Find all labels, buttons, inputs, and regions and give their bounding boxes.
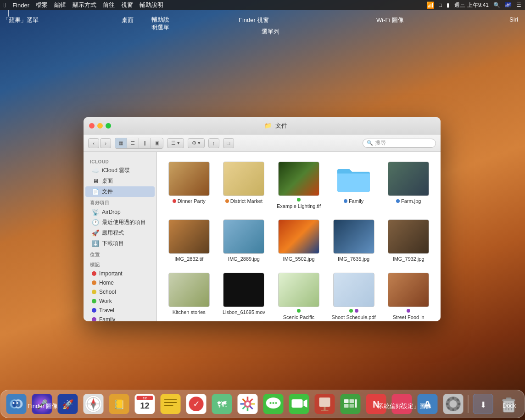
recents-label: 最近使用過的項目: [102, 218, 146, 226]
svg-rect-54: [319, 398, 330, 407]
file-item[interactable]: Kitchen stories: [164, 270, 214, 321]
applications-icon: 🚀: [92, 230, 99, 237]
dock-contacts[interactable]: 📒: [107, 392, 131, 416]
menu-window[interactable]: 視窗: [121, 1, 133, 9]
menu-go[interactable]: 前往: [103, 1, 115, 9]
sidebar-item-desktop[interactable]: 🖥 桌面: [85, 176, 155, 186]
file-item[interactable]: Example Lighting.tif: [274, 159, 324, 212]
tags-button[interactable]: □: [223, 138, 235, 148]
dock-maps[interactable]: 🗺: [210, 392, 234, 416]
file-item[interactable]: Family: [329, 159, 379, 212]
action-button[interactable]: ⚙▾: [188, 138, 205, 148]
sidebar-tag-important[interactable]: Important: [85, 269, 155, 278]
file-item[interactable]: Lisbon_61695.mov: [219, 270, 269, 321]
file-item[interactable]: IMG_7635.jpg: [329, 217, 379, 265]
svg-text:✓: ✓: [193, 399, 200, 409]
svg-point-47: [270, 402, 272, 404]
dock-messages[interactable]: [262, 392, 285, 416]
file-item[interactable]: Scenic Pacific Trails: [274, 270, 324, 321]
sidebar-tag-school[interactable]: School: [85, 287, 155, 297]
tag-label: Home: [99, 280, 114, 286]
share-button[interactable]: ↑: [208, 138, 219, 148]
file-thumb: [333, 273, 374, 307]
dock-photos[interactable]: [236, 392, 260, 416]
file-item[interactable]: Street Food in Bangkok: [383, 270, 434, 321]
tag-label: Travel: [99, 307, 114, 314]
file-item[interactable]: Dinner Party: [164, 159, 214, 212]
file-item[interactable]: District Market: [219, 159, 269, 212]
dock-keynote[interactable]: [313, 392, 337, 416]
svg-point-5: [13, 402, 15, 404]
file-item[interactable]: Farm.jpg: [383, 159, 434, 212]
file-item[interactable]: Shoot Schedule.pdf: [329, 270, 379, 321]
icon-view-button[interactable]: ▦: [115, 138, 127, 148]
sort-button[interactable]: ☰▾: [167, 138, 184, 148]
file-name: District Market: [225, 198, 262, 204]
dock-trash[interactable]: [497, 392, 521, 416]
dock-siri[interactable]: 🎤: [30, 392, 54, 416]
sidebar-item-downloads[interactable]: ⬇️ 下載項目: [85, 238, 155, 249]
svg-rect-61: [350, 404, 354, 408]
file-name: IMG_7635.jpg: [338, 256, 369, 262]
forward-button[interactable]: ›: [100, 138, 111, 148]
list-view-button[interactable]: ☰: [127, 138, 139, 148]
file-item[interactable]: IMG_2889.jpg: [219, 217, 269, 265]
search-menubar-icon[interactable]: 🔍: [493, 2, 500, 8]
finder-window: 📁 文件 ‹ › ▦ ☰ ‖ ▣ ☰▾ ⚙▾ ↑: [84, 117, 441, 321]
dock-finder[interactable]: [5, 392, 28, 416]
dock-news[interactable]: N: [364, 392, 388, 416]
file-name: Family: [344, 198, 363, 204]
file-item[interactable]: IMG_5502.jpg: [274, 217, 324, 265]
nav-buttons: ‹ ›: [88, 138, 111, 148]
sidebar-tag-family[interactable]: Family: [85, 315, 155, 321]
file-tag-dot: [407, 309, 410, 313]
sidebar-item-airdrop[interactable]: 📡 AirDrop: [85, 207, 155, 217]
siri-icon[interactable]: 🌌: [505, 2, 512, 8]
dock-numbers[interactable]: [339, 392, 363, 416]
menu-view[interactable]: 顯示方式: [73, 1, 96, 9]
menu-help[interactable]: 輔助說明: [140, 1, 163, 9]
sidebar-item-applications[interactable]: 🚀 應用程式: [85, 228, 155, 238]
airdrop-icon: 📡: [92, 208, 99, 216]
file-name: Lisbon_61695.mov: [223, 309, 265, 315]
sidebar-tag-travel[interactable]: Travel: [85, 306, 155, 315]
sidebar-tag-home[interactable]: Home: [85, 278, 155, 287]
dock-safari[interactable]: [82, 392, 106, 416]
file-item[interactable]: IMG_7932.jpg: [383, 217, 434, 265]
sidebar-item-recents[interactable]: 🕐 最近使用過的項目: [85, 217, 155, 228]
dock-system-prefs[interactable]: [441, 392, 465, 416]
dock-music[interactable]: ♪: [390, 392, 414, 416]
menu-file[interactable]: 檔案: [36, 1, 48, 9]
menu-edit[interactable]: 編輯: [54, 1, 66, 9]
svg-point-49: [275, 402, 277, 404]
search-box[interactable]: 🔍 搜尋: [363, 139, 436, 148]
minimize-button[interactable]: [97, 123, 103, 129]
control-center-icon[interactable]: ☰: [516, 2, 521, 8]
sidebar-tag-work[interactable]: Work: [85, 297, 155, 306]
menu-finder[interactable]: Finder: [12, 2, 29, 9]
close-button[interactable]: [89, 123, 95, 129]
svg-rect-60: [344, 404, 349, 408]
apple-menu-annotation: 「蘋果」選單: [3, 16, 39, 24]
back-button[interactable]: ‹: [88, 138, 99, 148]
column-view-button[interactable]: ‖: [139, 138, 151, 148]
dock-facetime[interactable]: [287, 392, 311, 416]
dock-reminders[interactable]: ✓: [184, 392, 208, 416]
file-thumbnail: [278, 219, 319, 254]
maximize-button[interactable]: [106, 123, 111, 129]
svg-rect-84: [506, 398, 512, 399]
gallery-view-button[interactable]: ▣: [151, 138, 163, 148]
icloud-header: iCloud: [84, 157, 156, 165]
window-title: 📁 文件: [117, 122, 435, 130]
sidebar-item-documents[interactable]: 📄 文件: [85, 186, 155, 197]
dock-calendar[interactable]: 12 12: [133, 392, 157, 416]
menubar-left:  Finder 檔案 編輯 顯示方式 前往 視窗 輔助說明: [4, 1, 426, 9]
dock-downloads[interactable]: ⬇: [471, 392, 495, 416]
apple-menu[interactable]: : [4, 1, 6, 9]
dock-notes[interactable]: [159, 392, 183, 416]
dock-launchpad[interactable]: 🚀: [56, 392, 80, 416]
svg-text:N: N: [373, 399, 379, 409]
dock-appstore[interactable]: A: [416, 392, 440, 416]
sidebar-item-icloud-drive[interactable]: ☁️ iCloud 雲碟: [85, 165, 155, 176]
file-item[interactable]: IMG_2832.tif: [164, 217, 214, 265]
